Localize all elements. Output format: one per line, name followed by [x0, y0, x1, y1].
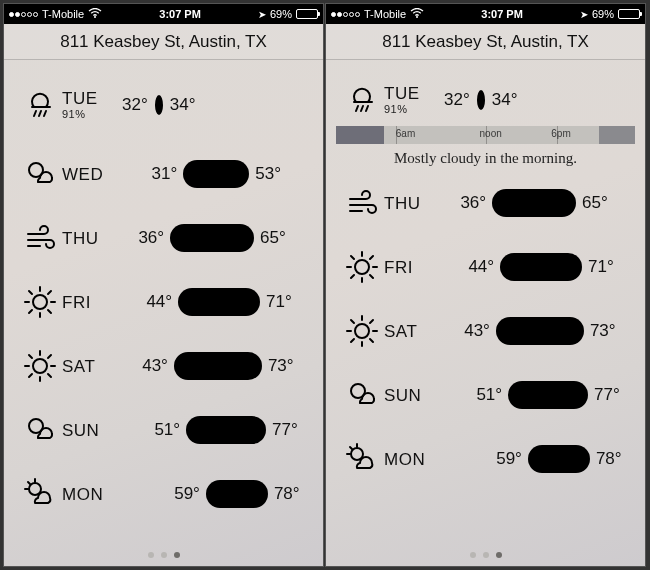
- status-left: T-Mobile: [9, 8, 102, 20]
- svg-point-7: [355, 260, 369, 274]
- phone-left: T-Mobile 3:07 PM ➤ 69% 811 Keasbey St, A…: [3, 3, 324, 567]
- temp-range-bar: [174, 352, 262, 380]
- status-bar: T-Mobile 3:07 PM ➤ 69%: [326, 4, 645, 24]
- battery-pct: 69%: [270, 8, 292, 20]
- day-label: TUE 91%: [384, 85, 440, 115]
- temp-range-bar: [496, 317, 584, 345]
- page-dot-active[interactable]: [174, 552, 180, 558]
- svg-point-3: [33, 359, 47, 373]
- day-name: FRI: [62, 294, 118, 311]
- location-services-icon: ➤: [258, 9, 266, 20]
- day-name: MON: [62, 486, 118, 503]
- day-name: MON: [384, 451, 440, 468]
- phone-right: T-Mobile 3:07 PM ➤ 69% 811 Keasbey St, A…: [325, 3, 646, 567]
- temp-range: 44°71°: [440, 253, 627, 281]
- location-header[interactable]: 811 Keasbey St, Austin, TX: [4, 24, 323, 60]
- temp-hi: 77°: [272, 420, 298, 440]
- location-label: 811 Keasbey St, Austin, TX: [60, 32, 267, 52]
- day-label: THU: [384, 195, 440, 212]
- temp-range: 51°77°: [440, 381, 627, 409]
- day-label: SAT: [62, 358, 118, 375]
- svg-point-0: [94, 16, 96, 18]
- forecast-row-today[interactable]: TUE 91% 32° 34°: [4, 68, 323, 142]
- page-dot[interactable]: [148, 552, 154, 558]
- forecast-row[interactable]: SAT43°73°: [326, 299, 645, 363]
- tick-noon: noon: [480, 128, 502, 139]
- day-label: TUE 91%: [62, 90, 118, 120]
- temp-range: 44°71°: [118, 288, 305, 316]
- temp-lo: 51°: [476, 385, 502, 405]
- location-services-icon: ➤: [580, 9, 588, 20]
- forecast-row[interactable]: SAT43°73°: [4, 334, 323, 398]
- day-name: THU: [62, 230, 118, 247]
- status-time: 3:07 PM: [481, 8, 523, 20]
- sunny-icon: [18, 284, 62, 320]
- day-name: THU: [384, 195, 440, 212]
- tick-6pm: 6pm: [551, 128, 570, 139]
- temp-lo: 36°: [138, 228, 164, 248]
- temp-lo: 59°: [496, 449, 522, 469]
- temp-hi: 34°: [492, 90, 518, 110]
- forecast-row[interactable]: THU36°65°: [326, 171, 645, 235]
- page-dot[interactable]: [470, 552, 476, 558]
- temp-range-bar: [492, 189, 576, 217]
- temp-hi: 77°: [594, 385, 620, 405]
- day-name: SUN: [62, 422, 118, 439]
- temp-lo: 44°: [468, 257, 494, 277]
- precip-prob: 91%: [62, 109, 118, 120]
- svg-point-6: [416, 16, 418, 18]
- sunny-icon: [340, 313, 384, 349]
- forecast-list: TUE 91% 32° 34° 6am noon 6pm Mostly clou…: [326, 60, 645, 491]
- page-indicator[interactable]: [4, 552, 323, 558]
- page-dot[interactable]: [161, 552, 167, 558]
- temp-hi: 78°: [274, 484, 300, 504]
- day-detail-panel[interactable]: 6am noon 6pm Mostly cloudy in the mornin…: [336, 126, 635, 167]
- carrier-label: T-Mobile: [364, 8, 406, 20]
- temp-range-bar: [178, 288, 260, 316]
- temp-range-icon: [477, 90, 485, 110]
- temp-lo: 31°: [152, 164, 178, 184]
- temp-range: 31°53°: [118, 160, 305, 188]
- temp-lo: 51°: [154, 420, 180, 440]
- status-right: ➤ 69%: [580, 8, 640, 20]
- forecast-row[interactable]: THU36°65°: [4, 206, 323, 270]
- signal-dots-icon: [331, 12, 360, 17]
- forecast-row[interactable]: MON59°78°: [326, 427, 645, 491]
- forecast-row[interactable]: SUN51°77°: [4, 398, 323, 462]
- forecast-row[interactable]: WED31°53°: [4, 142, 323, 206]
- forecast-row-today[interactable]: TUE 91% 32° 34°: [326, 68, 645, 132]
- temp-hi: 73°: [268, 356, 294, 376]
- partly-cloudy-icon: [340, 377, 384, 413]
- page-dot-active[interactable]: [496, 552, 502, 558]
- wind-icon: [18, 220, 62, 256]
- status-right: ➤ 69%: [258, 8, 318, 20]
- day-label: SAT: [384, 323, 440, 340]
- temp-hi: 78°: [596, 449, 622, 469]
- day-label: THU: [62, 230, 118, 247]
- day-summary-text: Mostly cloudy in the morning.: [336, 150, 635, 167]
- temp-range: 36°65°: [118, 224, 305, 252]
- day-name: TUE: [384, 85, 440, 102]
- forecast-row[interactable]: SUN51°77°: [326, 363, 645, 427]
- temp-hi: 73°: [590, 321, 616, 341]
- temp-range: 36°65°: [440, 189, 627, 217]
- temp-range-bar: [206, 480, 268, 508]
- forecast-list: TUE 91% 32° 34° WED31°53°THU36°65°FRI44°…: [4, 60, 323, 526]
- tick-6am: 6am: [396, 128, 415, 139]
- sunny-icon: [340, 249, 384, 285]
- temp-hi: 65°: [582, 193, 608, 213]
- temp-range-bar: [183, 160, 249, 188]
- temp-range-bar: [528, 445, 590, 473]
- hourly-timeline[interactable]: 6am noon 6pm: [336, 126, 635, 144]
- forecast-row[interactable]: FRI44°71°: [326, 235, 645, 299]
- temp-range: 43°73°: [440, 317, 627, 345]
- day-name: WED: [62, 166, 118, 183]
- day-label: SUN: [62, 422, 118, 439]
- page-indicator[interactable]: [326, 552, 645, 558]
- temp-hi: 34°: [170, 95, 196, 115]
- forecast-row[interactable]: MON59°78°: [4, 462, 323, 526]
- location-header[interactable]: 811 Keasbey St, Austin, TX: [326, 24, 645, 60]
- page-dot[interactable]: [483, 552, 489, 558]
- temp-lo: 32°: [122, 95, 148, 115]
- forecast-row[interactable]: FRI44°71°: [4, 270, 323, 334]
